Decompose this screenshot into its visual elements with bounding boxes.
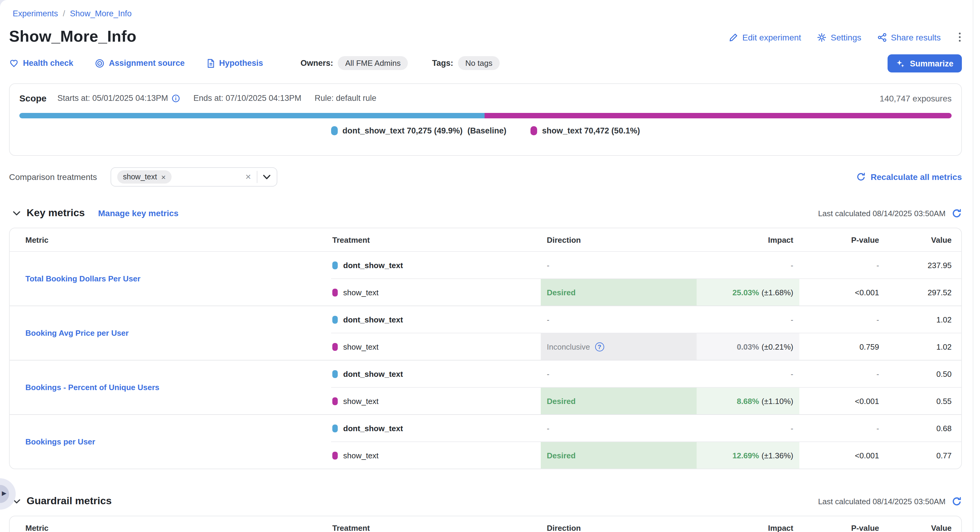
experiment-page: Experiments / Show_More_Info Show_More_I…	[0, 0, 980, 532]
guardrail-metrics-header: Guardrail metrics Last calculated 08/14/…	[9, 495, 962, 507]
table-header-row: Metric Treatment Direction Impact P-valu…	[10, 516, 961, 532]
tags-label: Tags:	[432, 59, 453, 68]
breadcrumb-experiments[interactable]: Experiments	[13, 9, 58, 18]
table-row: dont_show_text - - - 237.95	[331, 252, 961, 278]
direction-badge: Desired	[541, 387, 697, 414]
hypothesis-link[interactable]: Hypothesis	[206, 58, 263, 68]
treatment-dot	[332, 397, 338, 405]
owners-pill[interactable]: All FME Admins	[338, 56, 408, 70]
comparison-label: Comparison treatments	[9, 172, 97, 182]
table-row: show_text Desired 8.68%(±1.10%) <0.001 0…	[331, 387, 961, 414]
baseline-dot	[332, 424, 338, 432]
question-circle-icon[interactable]: ?	[595, 342, 604, 351]
select-clear-icon[interactable]: ×	[245, 172, 251, 182]
baseline-bar-segment	[19, 113, 485, 118]
scope-card: Scope Starts at: 05/01/2025 04:13PM Ends…	[9, 83, 962, 156]
table-row: dont_show_text - - - 0.68	[331, 415, 961, 441]
treatment-bar-segment	[485, 113, 951, 118]
metric-link[interactable]: Bookings per User	[25, 437, 95, 446]
metric-link[interactable]: Booking Avg Price per User	[25, 329, 129, 338]
breadcrumb-current[interactable]: Show_More_Info	[70, 9, 132, 18]
hypothesis-label: Hypothesis	[219, 59, 263, 68]
edit-experiment-button[interactable]: Edit experiment	[729, 32, 801, 42]
refresh-icon	[856, 172, 866, 182]
key-metrics-collapse-icon[interactable]	[13, 210, 21, 216]
baseline-swatch	[331, 126, 338, 135]
health-check-link[interactable]: Health check	[9, 59, 73, 68]
share-results-button[interactable]: Share results	[877, 32, 941, 42]
target-icon	[95, 58, 105, 68]
assignment-source-link[interactable]: Assignment source	[95, 58, 185, 68]
guardrail-last-calculated: Last calculated 08/14/2025 03:50AM	[818, 496, 962, 507]
guardrail-metrics-table: Metric Treatment Direction Impact P-valu…	[9, 516, 962, 532]
settings-button[interactable]: Settings	[817, 32, 861, 42]
metric-group: Bookings per User dont_show_text - - - 0…	[10, 414, 961, 468]
treatment-dot	[332, 343, 338, 351]
settings-label: Settings	[831, 32, 861, 42]
col-direction: Direction	[541, 523, 697, 532]
legend-treatment: show_text 70,472 (50.1%)	[530, 126, 640, 135]
col-metric: Metric	[10, 523, 331, 532]
summarize-label: Summarize	[910, 59, 953, 68]
document-icon	[206, 58, 215, 68]
col-treatment: Treatment	[331, 235, 541, 244]
comparison-select[interactable]: show_text × ×	[110, 167, 277, 187]
manage-key-metrics-link[interactable]: Manage key metrics	[98, 208, 178, 218]
key-metrics-last-calculated: Last calculated 08/14/2025 03:50AM	[818, 208, 962, 218]
info-icon[interactable]	[172, 94, 180, 102]
tags-pill[interactable]: No tags	[458, 56, 500, 70]
share-icon	[877, 32, 887, 42]
treatment-dot	[332, 451, 338, 459]
summarize-button[interactable]: Summarize	[888, 54, 962, 73]
recalculate-label: Recalculate all metrics	[871, 172, 962, 182]
col-direction: Direction	[541, 235, 697, 244]
recalculate-all-metrics-button[interactable]: Recalculate all metrics	[856, 172, 962, 182]
assignment-source-label: Assignment source	[109, 59, 185, 68]
col-value: Value	[885, 235, 961, 244]
owners-label: Owners:	[301, 59, 333, 68]
metric-group: Booking Avg Price per User dont_show_tex…	[10, 306, 961, 360]
legend-treatment-label: show_text 70,472 (50.1%)	[542, 126, 640, 135]
sparkles-icon	[896, 59, 905, 68]
comparison-row: Comparison treatments show_text × × Reca…	[9, 167, 962, 187]
exposures-count: 140,747 exposures	[880, 93, 951, 103]
right-edge-divider	[973, 0, 974, 532]
table-row: show_text Desired 12.69%(±1.36%) <0.001 …	[331, 441, 961, 468]
key-metrics-header: Key metrics Manage key metrics Last calc…	[9, 207, 962, 219]
metric-link[interactable]: Bookings - Percent of Unique Users	[25, 383, 159, 392]
metric-group: Bookings - Percent of Unique Users dont_…	[10, 360, 961, 414]
legend-baseline-label: dont_show_text 70,275 (49.9%)	[342, 126, 463, 135]
col-impact: Impact	[697, 523, 799, 532]
breadcrumb: Experiments / Show_More_Info	[13, 9, 132, 18]
edit-experiment-label: Edit experiment	[742, 32, 801, 42]
table-row: dont_show_text - - - 0.50	[331, 360, 961, 387]
header-actions: Edit experiment Settings Share results	[729, 32, 963, 43]
col-metric: Metric	[10, 235, 331, 244]
baseline-dot	[332, 370, 338, 378]
col-pvalue: P-value	[799, 235, 885, 244]
direction-badge: Desired	[541, 279, 697, 306]
treatment-dot	[332, 288, 338, 296]
treatment-swatch	[530, 126, 537, 135]
metric-link[interactable]: Total Booking Dollars Per User	[25, 274, 140, 283]
more-options-button[interactable]	[956, 32, 963, 43]
chip-remove-icon[interactable]: ×	[161, 172, 166, 181]
col-impact: Impact	[697, 235, 799, 244]
legend-baseline-tag: (Baseline)	[467, 126, 506, 135]
refresh-icon[interactable]	[951, 496, 962, 507]
pencil-icon	[729, 32, 738, 42]
health-check-label: Health check	[23, 59, 73, 68]
scope-ends: Ends at: 07/10/2025 04:13PM	[193, 94, 301, 103]
chevron-down-icon[interactable]	[262, 174, 270, 179]
refresh-icon[interactable]	[951, 208, 962, 218]
direction-badge: Desired	[541, 442, 697, 468]
share-results-label: Share results	[891, 32, 941, 42]
metric-group: Total Booking Dollars Per User dont_show…	[10, 252, 961, 306]
breadcrumb-separator: /	[63, 9, 65, 18]
expand-arrow-icon[interactable]: ▶	[2, 490, 6, 496]
col-treatment: Treatment	[331, 523, 541, 532]
page-title: Show_More_Info	[9, 27, 137, 46]
comparison-chip[interactable]: show_text ×	[117, 170, 172, 184]
gear-icon	[817, 32, 827, 42]
heart-icon	[9, 59, 19, 68]
